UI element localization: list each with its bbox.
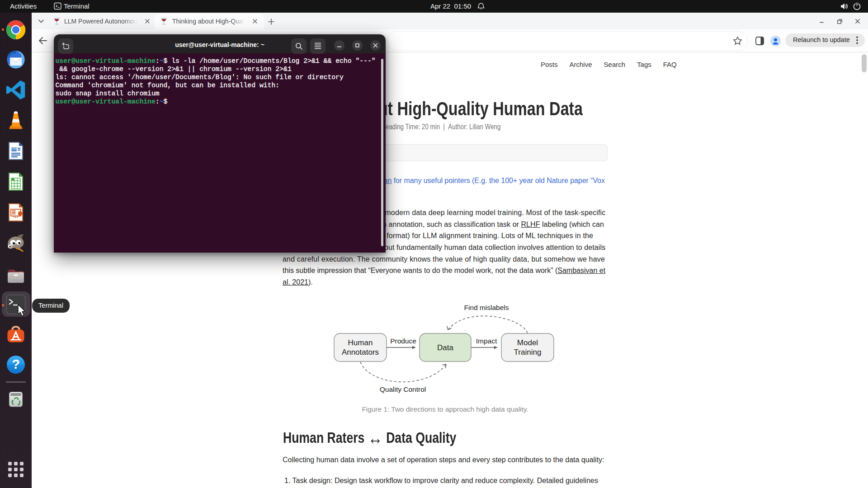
svg-text:Data: Data bbox=[437, 343, 453, 352]
svg-text:Annotators: Annotators bbox=[342, 348, 379, 357]
svg-text:Model: Model bbox=[517, 338, 538, 347]
svg-text:?: ? bbox=[12, 357, 20, 371]
svg-text:Produce: Produce bbox=[390, 337, 416, 345]
svg-text:Training: Training bbox=[514, 348, 542, 357]
svg-text:Impact: Impact bbox=[476, 337, 497, 345]
svg-text:Find mislabels: Find mislabels bbox=[464, 304, 509, 311]
svg-text:Human: Human bbox=[348, 338, 373, 347]
svg-text:Quality Control: Quality Control bbox=[380, 385, 426, 393]
